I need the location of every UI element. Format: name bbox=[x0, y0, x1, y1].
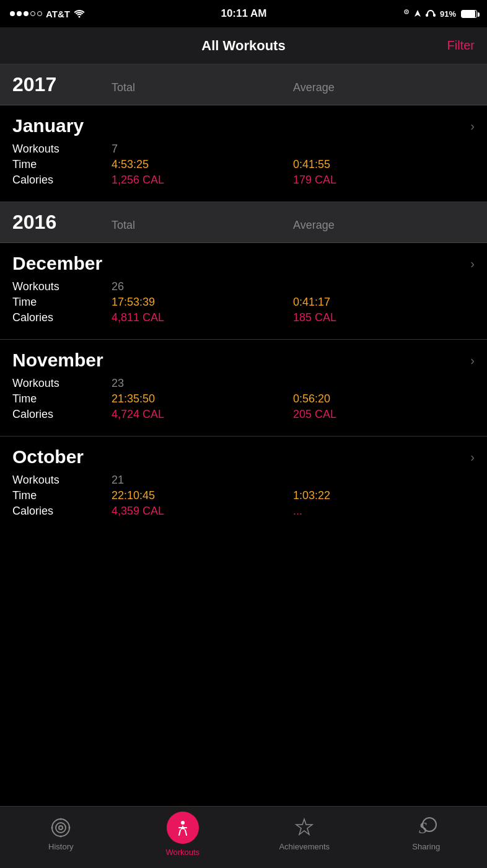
carrier-label: AT&T bbox=[46, 9, 70, 19]
tab-label-sharing: Sharing bbox=[412, 842, 440, 851]
month-stats-october: Workouts 21 Time 22:10:45 1:03:22 Calori… bbox=[0, 474, 487, 533]
label-workouts-jan: Workouts bbox=[12, 143, 112, 156]
svg-point-11 bbox=[51, 827, 53, 829]
val-time-avg-oct: 1:03:22 bbox=[293, 489, 475, 502]
stat-row-time-jan: Time 4:53:25 0:41:55 bbox=[12, 158, 475, 171]
month-section-november[interactable]: November › Workouts 23 Time 21:35:50 0:5… bbox=[0, 340, 487, 436]
val-cal-total-dec: 4,811 CAL bbox=[112, 311, 293, 324]
chevron-icon-december: › bbox=[470, 257, 475, 271]
val-workouts-dec: 26 bbox=[112, 280, 293, 293]
val-workouts-nov: 23 bbox=[112, 377, 293, 390]
val-cal-avg-dec: 185 CAL bbox=[293, 311, 475, 324]
stat-row-time-oct: Time 22:10:45 1:03:22 bbox=[12, 489, 475, 502]
month-section-january[interactable]: January › Workouts 7 Time 4:53:25 0:41:5… bbox=[0, 105, 487, 202]
stat-row-workouts-dec: Workouts 26 bbox=[12, 280, 475, 293]
month-section-december[interactable]: December › Workouts 26 Time 17:53:39 0:4… bbox=[0, 243, 487, 340]
val-workouts-jan: 7 bbox=[112, 143, 293, 156]
location-icon bbox=[403, 9, 410, 18]
year-label-2016: 2016 bbox=[12, 211, 112, 234]
tab-label-achievements: Achievements bbox=[279, 842, 330, 851]
label-workouts-nov: Workouts bbox=[12, 377, 112, 390]
tab-bar: History Workouts Achievements S bbox=[0, 806, 487, 868]
stat-row-workouts-oct: Workouts 21 bbox=[12, 474, 475, 487]
label-time-oct: Time bbox=[12, 489, 112, 502]
val-cal-avg-nov: 205 CAL bbox=[293, 408, 475, 421]
tab-workouts[interactable]: Workouts bbox=[122, 812, 244, 857]
history-icon bbox=[50, 817, 71, 838]
tab-label-workouts: Workouts bbox=[165, 848, 200, 857]
stat-row-cal-oct: Calories 4,359 CAL ... bbox=[12, 505, 475, 518]
month-name-january: January bbox=[12, 115, 84, 136]
filter-button[interactable]: Filter bbox=[447, 38, 475, 53]
val-cal-total-nov: 4,724 CAL bbox=[112, 408, 293, 421]
stat-row-time-nov: Time 21:35:50 0:56:20 bbox=[12, 392, 475, 405]
svg-point-8 bbox=[59, 826, 63, 830]
chevron-icon-january: › bbox=[470, 119, 475, 133]
stat-row-cal-jan: Calories 1,256 CAL 179 CAL bbox=[12, 174, 475, 187]
month-header-december[interactable]: December › bbox=[0, 243, 487, 280]
month-section-october[interactable]: October › Workouts 21 Time 22:10:45 1:03… bbox=[0, 436, 487, 533]
label-workouts-oct: Workouts bbox=[12, 474, 112, 487]
achievements-icon bbox=[294, 817, 315, 838]
wifi-icon bbox=[74, 9, 85, 18]
month-stats-november: Workouts 23 Time 21:35:50 0:56:20 Calori… bbox=[0, 377, 487, 436]
month-name-december: December bbox=[12, 253, 102, 274]
sharing-icon: S bbox=[416, 817, 437, 838]
status-bar: AT&T 10:11 AM bbox=[0, 0, 487, 27]
status-right: 91% bbox=[403, 9, 477, 19]
month-stats-december: Workouts 26 Time 17:53:39 0:41:17 Calori… bbox=[0, 280, 487, 339]
chevron-icon-november: › bbox=[470, 353, 475, 368]
battery-fill bbox=[462, 11, 475, 17]
tab-history[interactable]: History bbox=[0, 817, 122, 851]
headphone-icon bbox=[425, 9, 436, 18]
svg-marker-3 bbox=[415, 10, 421, 17]
svg-point-2 bbox=[406, 11, 407, 12]
svg-point-9 bbox=[60, 818, 62, 820]
svg-point-12 bbox=[69, 827, 71, 829]
month-header-january[interactable]: January › bbox=[0, 105, 487, 143]
chevron-icon-october: › bbox=[470, 450, 475, 464]
workouts-icon bbox=[167, 812, 199, 844]
tab-label-history: History bbox=[48, 842, 73, 851]
val-cal-avg-jan: 179 CAL bbox=[293, 174, 475, 187]
val-time-avg-nov: 0:56:20 bbox=[293, 392, 475, 405]
col-total-2016: Total bbox=[112, 219, 293, 232]
val-time-avg-jan: 0:41:55 bbox=[293, 158, 475, 171]
svg-point-6 bbox=[52, 819, 69, 836]
year-header-2017: 2017 Total Average bbox=[0, 64, 487, 105]
signal-dot-4 bbox=[30, 11, 35, 16]
val-time-total-jan: 4:53:25 bbox=[112, 158, 293, 171]
svg-point-7 bbox=[56, 823, 66, 833]
stat-row-workouts-nov: Workouts 23 bbox=[12, 377, 475, 390]
val-cal-total-oct: 4,359 CAL bbox=[112, 505, 293, 518]
tab-achievements[interactable]: Achievements bbox=[244, 817, 366, 851]
label-time-dec: Time bbox=[12, 296, 112, 309]
battery-bar bbox=[461, 10, 477, 18]
signal-dot-5 bbox=[37, 11, 42, 16]
label-workouts-dec: Workouts bbox=[12, 280, 112, 293]
svg-point-0 bbox=[78, 16, 80, 18]
label-cal-nov: Calories bbox=[12, 408, 112, 421]
signal-dot-3 bbox=[24, 11, 29, 16]
status-time: 10:11 AM bbox=[221, 7, 266, 20]
val-workouts-oct: 21 bbox=[112, 474, 293, 487]
stat-row-cal-nov: Calories 4,724 CAL 205 CAL bbox=[12, 408, 475, 421]
stat-row-cal-dec: Calories 4,811 CAL 185 CAL bbox=[12, 311, 475, 324]
svg-rect-5 bbox=[433, 14, 436, 17]
signal-dots bbox=[10, 11, 42, 16]
svg-marker-14 bbox=[296, 819, 312, 835]
page-title: All Workouts bbox=[201, 38, 285, 54]
col-average-2016: Average bbox=[293, 219, 475, 232]
year-label-2017: 2017 bbox=[12, 73, 112, 96]
tab-sharing[interactable]: S Sharing bbox=[366, 817, 488, 851]
month-header-october[interactable]: October › bbox=[0, 436, 487, 474]
val-time-total-dec: 17:53:39 bbox=[112, 296, 293, 309]
signal-dot-2 bbox=[17, 11, 22, 16]
val-time-total-nov: 21:35:50 bbox=[112, 392, 293, 405]
label-cal-dec: Calories bbox=[12, 311, 112, 324]
svg-rect-4 bbox=[426, 14, 428, 17]
status-left: AT&T bbox=[10, 9, 85, 19]
month-header-november[interactable]: November › bbox=[0, 340, 487, 377]
month-name-october: October bbox=[12, 446, 84, 467]
battery-percentage: 91% bbox=[440, 9, 456, 19]
